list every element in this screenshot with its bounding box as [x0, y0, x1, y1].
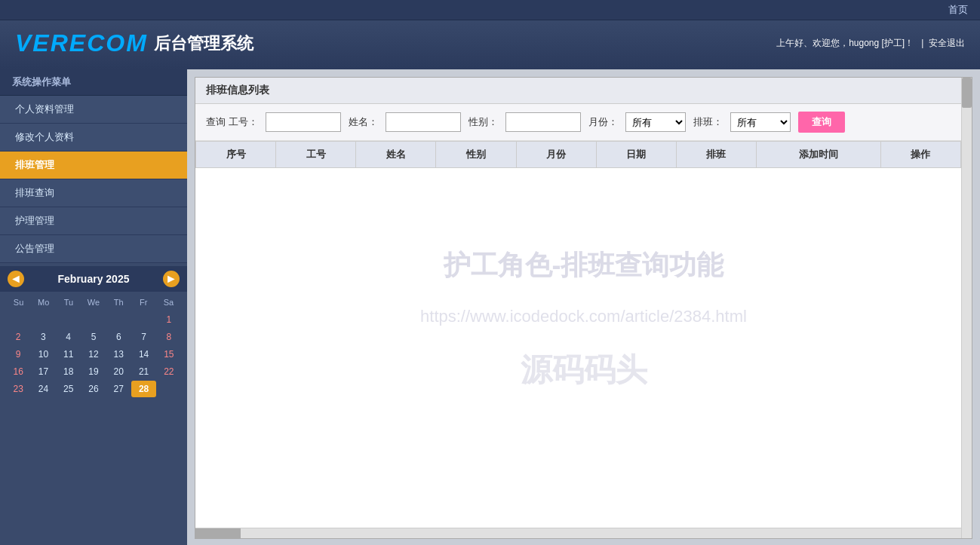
cal-day-empty [131, 311, 155, 328]
logout-link[interactable]: 安全退出 [929, 38, 965, 48]
col-action: 操作 [880, 142, 960, 168]
scrollbar-h-thumb [195, 528, 241, 538]
home-nav-link[interactable]: 首页 [948, 3, 968, 17]
weekday-su: Su [6, 296, 31, 308]
scrollbar-horizontal[interactable] [195, 528, 961, 538]
header: 首页 VERECOM 后台管理系统 上午好、欢迎您，hugong [护工]！ |… [0, 0, 980, 69]
cal-day-12[interactable]: 12 [81, 346, 106, 363]
col-addtime: 添加时间 [756, 142, 880, 168]
cal-day-14[interactable]: 14 [131, 346, 155, 363]
cal-day-17[interactable]: 17 [31, 363, 55, 380]
scrollbar-vertical[interactable] [961, 78, 972, 538]
header-info-right: 上午好、欢迎您，hugong [护工]！ | 安全退出 [776, 37, 965, 50]
main-layout: 系统操作菜单 个人资料管理 修改个人资料 排班管理 排班查询 护理管理 公告管理… [0, 69, 980, 545]
watermark-area: 护工角色-排班查询功能 https://www.icodedock.com/ar… [195, 168, 972, 470]
label-shift: 排班： [693, 115, 723, 129]
cal-day-empty [57, 311, 81, 328]
cal-day-7[interactable]: 7 [131, 329, 155, 345]
cal-day-1[interactable]: 1 [157, 311, 181, 328]
cal-day-18[interactable]: 18 [57, 363, 81, 380]
top-nav-bar: 首页 [0, 0, 980, 20]
cal-day-13[interactable]: 13 [106, 346, 131, 363]
watermark-url: https://www.icodedock.com/article/2384.h… [420, 307, 747, 326]
col-month: 月份 [516, 142, 596, 168]
logo-subtitle: 后台管理系统 [154, 32, 253, 55]
cal-day-3[interactable]: 3 [31, 329, 55, 345]
search-button[interactable]: 查询 [798, 112, 845, 133]
col-seq: 序号 [196, 142, 276, 168]
cal-day-21[interactable]: 21 [131, 363, 155, 380]
content-panel: 排班信息列表 查询 工号： 姓名： 性别： 月份： 所有 1月2月3月 4月5月… [195, 77, 972, 539]
weekday-sa: Sa [156, 296, 181, 308]
col-shift: 排班 [676, 142, 756, 168]
cal-day-9[interactable]: 9 [6, 346, 30, 363]
cal-day-6[interactable]: 6 [106, 329, 131, 345]
cal-day-28[interactable]: 28 [131, 381, 155, 397]
col-jobno: 工号 [276, 142, 356, 168]
watermark-brand: 源码码头 [521, 349, 647, 391]
data-table: 序号 工号 姓名 性别 月份 日期 排班 添加时间 操作 [195, 141, 961, 168]
calendar-month-label: February 2025 [58, 273, 130, 285]
sidebar-item-personal-mgmt[interactable]: 个人资料管理 [0, 96, 187, 124]
scrollbar-thumb [962, 78, 972, 108]
cal-day-10[interactable]: 10 [31, 346, 55, 363]
panel-header: 排班信息列表 [195, 78, 972, 104]
cal-day-8[interactable]: 8 [157, 329, 181, 345]
cal-day-25[interactable]: 25 [57, 381, 81, 397]
calendar-prev-btn[interactable]: ◄ [8, 271, 24, 287]
sidebar-item-care-mgmt[interactable]: 护理管理 [0, 207, 187, 235]
logo-area: VERECOM 后台管理系统 [15, 29, 253, 57]
cal-day-22[interactable]: 22 [157, 363, 181, 380]
welcome-text: 上午好、欢迎您，hugong [护工]！ | 安全退出 [776, 37, 965, 50]
input-gender[interactable] [505, 112, 581, 132]
calendar-next-btn[interactable]: ► [163, 271, 180, 287]
logo-verecom: VERECOM [15, 29, 148, 57]
label-name: 姓名： [349, 115, 378, 129]
cal-day-20[interactable]: 20 [106, 363, 131, 380]
label-gender: 性别： [468, 115, 498, 129]
input-jobno[interactable] [266, 112, 341, 132]
col-name: 姓名 [356, 142, 436, 168]
table-container: 序号 工号 姓名 性别 月份 日期 排班 添加时间 操作 [195, 141, 972, 168]
cal-day-2[interactable]: 2 [6, 329, 30, 345]
sidebar-item-notice-mgmt[interactable]: 公告管理 [0, 235, 187, 263]
cal-day-11[interactable]: 11 [57, 346, 81, 363]
calendar-days: 1234567891011121314151617181920212223242… [6, 311, 181, 397]
watermark-title: 护工角色-排班查询功能 [444, 247, 724, 284]
weekday-th: Th [106, 296, 131, 308]
cal-day-19[interactable]: 19 [81, 363, 106, 380]
sidebar: 系统操作菜单 个人资料管理 修改个人资料 排班管理 排班查询 护理管理 公告管理… [0, 69, 187, 545]
cal-day-26[interactable]: 26 [81, 381, 106, 397]
sidebar-item-edit-personal[interactable]: 修改个人资料 [0, 124, 187, 152]
cal-day-27[interactable]: 27 [106, 381, 131, 397]
header-main: VERECOM 后台管理系统 上午好、欢迎您，hugong [护工]！ | 安全… [0, 20, 980, 69]
cal-day-23[interactable]: 23 [6, 381, 30, 397]
label-jobno: 查询 工号： [206, 115, 258, 129]
label-month: 月份： [588, 115, 618, 129]
select-shift[interactable]: 所有 早班 中班 晚班 [730, 112, 791, 132]
input-name[interactable] [386, 112, 461, 132]
cal-day-empty [31, 311, 55, 328]
table-header: 序号 工号 姓名 性别 月份 日期 排班 添加时间 操作 [196, 142, 961, 168]
weekday-mo: Mo [31, 296, 56, 308]
sidebar-item-shift-query[interactable]: 排班查询 [0, 179, 187, 207]
sidebar-item-shift-mgmt[interactable]: 排班管理 [0, 152, 187, 179]
cal-day-5[interactable]: 5 [81, 329, 106, 345]
cal-day-24[interactable]: 24 [31, 381, 55, 397]
cal-day-4[interactable]: 4 [57, 329, 81, 345]
calendar-weekdays: Su Mo Tu We Th Fr Sa [6, 296, 181, 308]
sidebar-section-title: 系统操作菜单 [0, 69, 187, 96]
cal-day-15[interactable]: 15 [157, 346, 181, 363]
search-bar: 查询 工号： 姓名： 性别： 月份： 所有 1月2月3月 4月5月6月 7月8月… [195, 104, 972, 141]
col-gender: 性别 [436, 142, 516, 168]
cal-day-empty [106, 311, 131, 328]
panel-title: 排班信息列表 [206, 84, 269, 96]
weekday-we: We [81, 296, 106, 308]
content-area: 排班信息列表 查询 工号： 姓名： 性别： 月份： 所有 1月2月3月 4月5月… [187, 69, 980, 545]
col-date: 日期 [596, 142, 676, 168]
calendar-grid: Su Mo Tu We Th Fr Sa 1234567891011121314… [0, 292, 187, 402]
cal-day-empty [6, 311, 30, 328]
cal-day-16[interactable]: 16 [6, 363, 30, 380]
select-month[interactable]: 所有 1月2月3月 4月5月6月 7月8月9月 10月11月12月 [625, 112, 686, 132]
cal-day-empty [81, 311, 106, 328]
